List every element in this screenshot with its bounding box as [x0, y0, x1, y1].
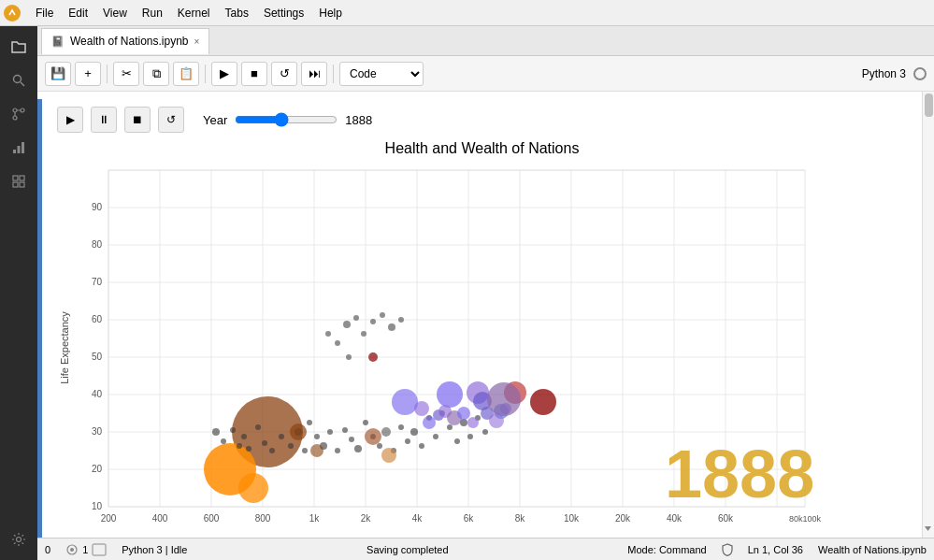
menu-view[interactable]: View [95, 5, 135, 22]
active-cell: ▶ ⏸ ⏹ ↺ Year 1888 Health and Wealth of N… [37, 99, 922, 538]
svg-text:1888: 1888 [665, 437, 814, 511]
svg-point-4 [13, 116, 17, 120]
separator-3 [333, 65, 334, 83]
svg-point-130 [388, 323, 395, 331]
restart-button[interactable]: ↺ [271, 62, 297, 86]
svg-point-72 [212, 428, 220, 436]
svg-point-131 [398, 317, 404, 323]
svg-text:6k: 6k [464, 513, 475, 524]
svg-point-78 [255, 424, 261, 430]
menu-kernel[interactable]: Kernel [170, 5, 218, 22]
svg-point-103 [433, 434, 438, 439]
chart-container: Health and Wealth of Nations [57, 140, 907, 538]
svg-point-75 [237, 443, 242, 449]
svg-point-113 [365, 428, 381, 445]
separator-2 [205, 65, 206, 83]
paste-button[interactable]: 📋 [173, 62, 199, 86]
pause-button[interactable]: ⏸ [91, 107, 117, 133]
svg-line-2 [21, 82, 24, 86]
stop-button[interactable]: ⏹ [124, 107, 151, 133]
svg-text:600: 600 [204, 513, 220, 524]
menu-tabs[interactable]: Tabs [218, 5, 256, 22]
menu-edit[interactable]: Edit [61, 5, 95, 22]
svg-text:40k: 40k [667, 513, 683, 524]
fast-forward-button[interactable]: ⏭ [301, 62, 327, 86]
svg-point-13 [17, 538, 22, 542]
svg-point-80 [269, 448, 275, 453]
menu-run[interactable]: Run [135, 5, 170, 22]
menu-help[interactable]: Help [311, 5, 350, 22]
svg-point-112 [310, 444, 323, 457]
svg-text:50: 50 [92, 352, 103, 362]
menu-settings[interactable]: Settings [256, 5, 311, 22]
add-cell-button[interactable]: + [75, 62, 101, 86]
svg-point-85 [307, 420, 312, 425]
notebook-scroll-area: ▶ ⏸ ⏹ ↺ Year 1888 Health and Wealth of N… [37, 92, 934, 538]
svg-point-65 [238, 473, 268, 503]
save-button[interactable]: 💾 [45, 62, 71, 86]
svg-point-79 [262, 440, 267, 446]
svg-point-128 [370, 319, 376, 324]
status-mode-number: 0 [45, 544, 50, 555]
menu-file[interactable]: File [28, 5, 61, 22]
play-button[interactable]: ▶ [57, 107, 83, 133]
interrupt-button[interactable]: ■ [241, 62, 267, 86]
svg-rect-11 [13, 182, 18, 187]
app-logo [4, 5, 21, 22]
sidebar-icon-folder[interactable] [6, 34, 32, 60]
svg-point-1 [14, 76, 22, 83]
copy-button[interactable]: ⧉ [143, 62, 169, 86]
svg-text:800: 800 [255, 513, 271, 524]
svg-point-74 [230, 427, 236, 433]
notebook-tab[interactable]: 📓 Wealth of Nations.ipynb × [41, 28, 209, 54]
svg-point-141 [70, 548, 74, 552]
tab-title: Wealth of Nations.ipynb [70, 35, 189, 48]
svg-text:60k: 60k [718, 513, 734, 524]
svg-text:80: 80 [92, 239, 103, 250]
status-bar: 0 1 Python 3 | Idle Saving completed Mod… [37, 538, 934, 560]
svg-point-127 [361, 331, 366, 337]
sidebar-icon-extensions[interactable] [6, 168, 32, 194]
kernel-status-left: 1 [65, 543, 107, 556]
svg-point-93 [363, 420, 368, 425]
sidebar-icon-data[interactable] [6, 135, 32, 161]
svg-point-99 [405, 438, 410, 444]
year-display: 1888 [345, 113, 372, 127]
cell-icon [92, 543, 107, 556]
cut-button[interactable]: ✂ [113, 62, 139, 86]
svg-marker-139 [925, 526, 931, 531]
cell-body: ▶ ⏸ ⏹ ↺ Year 1888 Health and Wealth of N… [42, 99, 922, 538]
svg-text:30: 30 [92, 426, 103, 437]
svg-point-137 [487, 382, 521, 416]
scrollbar-arrow-down[interactable] [922, 523, 934, 538]
right-scrollbar[interactable] [922, 92, 934, 538]
svg-text:8k: 8k [515, 513, 526, 524]
replay-button[interactable]: ↺ [158, 107, 184, 133]
svg-point-100 [410, 428, 418, 436]
year-slider[interactable] [235, 112, 338, 127]
svg-point-90 [342, 427, 348, 433]
svg-text:10: 10 [92, 501, 103, 511]
svg-text:40: 40 [92, 389, 103, 399]
chart-title: Health and Wealth of Nations [57, 140, 907, 157]
svg-point-135 [368, 352, 378, 362]
cell-type-select[interactable]: Code Markdown Raw [339, 62, 424, 86]
widget-controls: ▶ ⏸ ⏹ ↺ Year 1888 [57, 103, 907, 140]
svg-point-84 [302, 448, 308, 453]
scatter-chart: 10 20 30 40 50 60 70 80 90 [57, 161, 824, 535]
svg-text:1k: 1k [309, 513, 321, 524]
svg-point-88 [327, 429, 333, 435]
svg-point-98 [398, 424, 404, 430]
sidebar-icon-settings[interactable] [6, 526, 32, 553]
sidebar-icon-search[interactable] [6, 67, 32, 93]
scrollbar-thumb [925, 93, 933, 117]
kernel-status-indicator [913, 67, 927, 80]
svg-text:70: 70 [92, 277, 103, 287]
toolbar-right: Python 3 [862, 67, 927, 80]
svg-text:60: 60 [92, 314, 103, 324]
tab-close-button[interactable]: × [194, 36, 200, 47]
sidebar-icon-source-control[interactable] [6, 101, 32, 127]
run-button[interactable]: ▶ [211, 62, 237, 86]
svg-point-77 [246, 446, 251, 452]
svg-point-96 [381, 427, 391, 437]
